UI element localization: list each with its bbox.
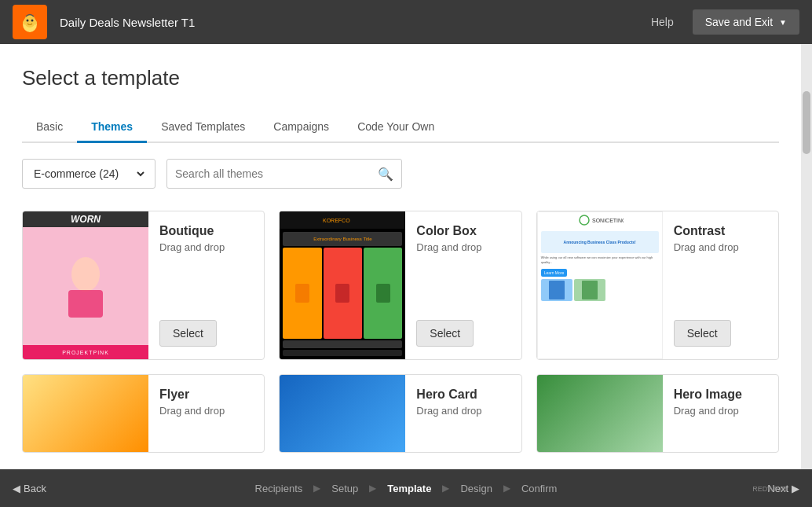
next-button[interactable]: Next ▶ REDWP.IR [767, 483, 799, 494]
template-tabs: Basic Themes Saved Templates Campaigns C… [22, 112, 779, 143]
svg-point-7 [71, 257, 100, 292]
svg-rect-8 [68, 290, 103, 318]
template-card-flyer: Flyer Drag and drop [22, 374, 265, 453]
campaign-title: Daily Deals Newsletter T1 [60, 16, 651, 29]
main-content: Select a template Basic Themes Saved Tem… [0, 44, 801, 469]
logo [13, 5, 47, 39]
step-chevron-1: ▶ [313, 483, 320, 494]
scrollbar-track[interactable] [801, 44, 812, 469]
svg-point-5 [34, 21, 37, 25]
step-confirm[interactable]: Confirm [515, 481, 564, 496]
template-info-contrast: Contrast Drag and drop Select [663, 211, 778, 359]
tab-themes[interactable]: Themes [77, 112, 147, 143]
template-type-colorbox: Drag and drop [416, 241, 510, 253]
svg-point-1 [24, 15, 35, 28]
thumbnail-colorbox: KOREFCO Extraordinary Business Title [280, 211, 405, 359]
boutique-image-icon [54, 251, 117, 321]
select-button-contrast[interactable]: Select [674, 320, 731, 347]
template-info-flyer: Flyer Drag and drop [148, 375, 264, 452]
thumbnail-herocard [280, 375, 405, 452]
category-select[interactable]: E-commerce (24)All themesNewsletterNotif… [31, 167, 147, 181]
template-name-contrast: Contrast [674, 224, 767, 238]
chevron-right-icon: ▶ [792, 483, 799, 494]
svg-point-2 [27, 20, 29, 22]
template-info-colorbox: Color Box Drag and drop Select [405, 211, 521, 359]
brand-label: REDWP.IR [752, 485, 787, 493]
template-type-heroimage: Drag and drop [674, 405, 767, 417]
content-wrapper: Select a template Basic Themes Saved Tem… [0, 44, 812, 469]
progress-steps: Recipients ▶ Setup ▶ Template ▶ Design ▶… [249, 481, 564, 496]
thumbnail-contrast: SONICETING Announcing Business Class Pro… [537, 211, 663, 359]
template-card-colorbox: KOREFCO Extraordinary Business Title [279, 211, 521, 360]
search-icon[interactable]: 🔍 [378, 167, 393, 182]
app-footer: ◀ Back Recipients ▶ Setup ▶ Template ▶ D… [0, 469, 812, 507]
search-input[interactable] [175, 167, 378, 180]
thumbnail-heroimage [537, 375, 663, 452]
template-type-herocard: Drag and drop [416, 405, 510, 417]
template-card-contrast: SONICETING Announcing Business Class Pro… [536, 211, 779, 360]
scrollbar-thumb[interactable] [803, 91, 810, 154]
app-header: Daily Deals Newsletter T1 Help Save and … [0, 0, 812, 44]
tab-basic[interactable]: Basic [22, 112, 77, 143]
svg-text:KOREFCO: KOREFCO [323, 218, 350, 223]
category-dropdown[interactable]: E-commerce (24)All themesNewsletterNotif… [22, 159, 155, 189]
svg-point-4 [23, 21, 26, 25]
select-button-boutique[interactable]: Select [159, 320, 217, 347]
template-type-boutique: Drag and drop [159, 241, 253, 253]
thumbnail-boutique: WORN PROJEKTPINK [23, 211, 148, 359]
template-card-boutique: WORN PROJEKTPINK [22, 211, 265, 360]
tab-campaigns[interactable]: Campaigns [259, 112, 343, 143]
tab-code-your-own[interactable]: Code Your Own [343, 112, 448, 143]
template-type-flyer: Drag and drop [159, 405, 253, 417]
step-chevron-2: ▶ [369, 483, 376, 494]
template-name-herocard: Hero Card [416, 388, 510, 402]
filters-row: E-commerce (24)All themesNewsletterNotif… [22, 159, 779, 189]
colorbox-logo-icon: KOREFCO [319, 215, 366, 226]
chevron-down-icon: ▼ [779, 18, 787, 27]
back-button[interactable]: ◀ Back [13, 483, 46, 494]
template-info-heroimage: Hero Image Drag and drop [663, 375, 778, 452]
page-title: Select a template [22, 66, 779, 90]
template-name-boutique: Boutique [159, 224, 253, 238]
step-design[interactable]: Design [454, 481, 498, 496]
template-name-colorbox: Color Box [416, 224, 510, 238]
mailchimp-logo-icon [18, 10, 42, 34]
step-chevron-4: ▶ [503, 483, 510, 494]
template-grid: WORN PROJEKTPINK [22, 211, 779, 465]
header-actions: Help Save and Exit ▼ [651, 9, 799, 35]
step-setup[interactable]: Setup [325, 481, 364, 496]
step-recipients[interactable]: Recipients [249, 481, 309, 496]
step-chevron-3: ▶ [442, 483, 449, 494]
chevron-left-icon: ◀ [13, 483, 20, 494]
search-box: 🔍 [166, 159, 402, 189]
template-type-contrast: Drag and drop [674, 241, 767, 253]
template-info-herocard: Hero Card Drag and drop [405, 375, 521, 452]
save-exit-button[interactable]: Save and Exit ▼ [693, 9, 799, 35]
step-template[interactable]: Template [381, 481, 437, 496]
help-link[interactable]: Help [651, 16, 674, 28]
template-name-heroimage: Hero Image [674, 388, 767, 402]
svg-text:SONICETING: SONICETING [592, 218, 624, 223]
thumbnail-flyer [23, 375, 148, 452]
contrast-logo-icon: SONICETING [576, 214, 624, 226]
template-name-flyer: Flyer [159, 388, 253, 402]
svg-point-3 [31, 20, 34, 22]
template-card-herocard: Hero Card Drag and drop [279, 374, 521, 453]
select-button-colorbox[interactable]: Select [416, 320, 474, 347]
template-card-heroimage: Hero Image Drag and drop [536, 374, 779, 453]
template-info-boutique: Boutique Drag and drop Select [148, 211, 264, 359]
tab-saved-templates[interactable]: Saved Templates [147, 112, 259, 143]
